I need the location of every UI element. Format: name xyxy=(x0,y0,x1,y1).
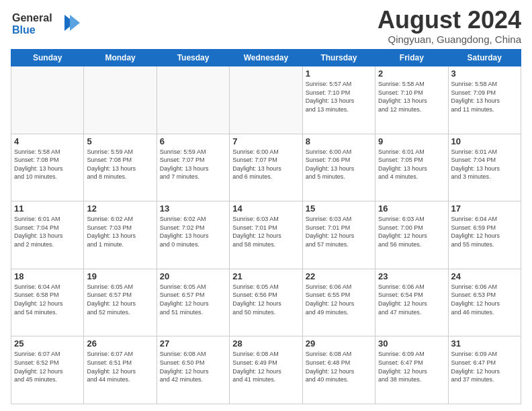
table-row: 3Sunrise: 5:58 AMSunset: 7:09 PMDaylight… xyxy=(448,66,521,134)
day-number: 30 xyxy=(378,338,445,349)
week-row-5: 25Sunrise: 6:07 AMSunset: 6:52 PMDayligh… xyxy=(11,336,521,404)
title-block: August 2024 Qingyuan, Guangdong, China xyxy=(378,8,521,45)
day-number: 31 xyxy=(451,338,518,349)
week-row-4: 18Sunrise: 6:04 AMSunset: 6:58 PMDayligh… xyxy=(11,269,521,336)
day-info: Sunrise: 5:58 AMSunset: 7:08 PMDaylight:… xyxy=(14,148,81,181)
table-row: 14Sunrise: 6:03 AMSunset: 7:01 PMDayligh… xyxy=(230,201,302,269)
day-number: 28 xyxy=(232,338,299,349)
day-number: 10 xyxy=(451,136,518,146)
day-info: Sunrise: 6:08 AMSunset: 6:50 PMDaylight:… xyxy=(160,350,226,383)
day-number: 12 xyxy=(87,203,153,214)
table-row: 28Sunrise: 6:08 AMSunset: 6:49 PMDayligh… xyxy=(230,336,302,404)
table-row xyxy=(11,66,84,134)
table-row: 11Sunrise: 6:01 AMSunset: 7:04 PMDayligh… xyxy=(11,201,84,269)
day-info: Sunrise: 6:08 AMSunset: 6:49 PMDaylight:… xyxy=(232,350,299,383)
day-number: 26 xyxy=(87,338,153,349)
table-row: 23Sunrise: 6:06 AMSunset: 6:54 PMDayligh… xyxy=(375,269,448,336)
day-number: 3 xyxy=(451,68,518,79)
day-number: 17 xyxy=(451,203,518,214)
day-number: 1 xyxy=(306,68,372,79)
day-info: Sunrise: 6:07 AMSunset: 6:52 PMDaylight:… xyxy=(14,350,81,383)
col-tuesday: Tuesday xyxy=(157,50,229,66)
day-info: Sunrise: 6:03 AMSunset: 7:01 PMDaylight:… xyxy=(232,215,299,248)
table-row: 16Sunrise: 6:03 AMSunset: 7:00 PMDayligh… xyxy=(375,201,448,269)
day-info: Sunrise: 6:08 AMSunset: 6:48 PMDaylight:… xyxy=(306,350,372,383)
day-info: Sunrise: 6:02 AMSunset: 7:02 PMDaylight:… xyxy=(160,215,226,248)
table-row xyxy=(157,66,229,134)
day-info: Sunrise: 5:57 AMSunset: 7:10 PMDaylight:… xyxy=(306,80,372,113)
day-number: 27 xyxy=(160,338,226,349)
day-number: 16 xyxy=(378,203,445,214)
table-row: 15Sunrise: 6:03 AMSunset: 7:01 PMDayligh… xyxy=(302,201,375,269)
table-row: 12Sunrise: 6:02 AMSunset: 7:03 PMDayligh… xyxy=(84,201,157,269)
table-row: 17Sunrise: 6:04 AMSunset: 6:59 PMDayligh… xyxy=(448,201,521,269)
day-info: Sunrise: 6:05 AMSunset: 6:57 PMDaylight:… xyxy=(87,283,153,316)
table-row: 5Sunrise: 5:59 AMSunset: 7:08 PMDaylight… xyxy=(84,134,157,201)
day-number: 19 xyxy=(87,271,153,281)
day-number: 2 xyxy=(378,68,445,79)
table-row: 6Sunrise: 5:59 AMSunset: 7:07 PMDaylight… xyxy=(157,134,229,201)
table-row: 24Sunrise: 6:06 AMSunset: 6:53 PMDayligh… xyxy=(448,269,521,336)
day-info: Sunrise: 6:05 AMSunset: 6:56 PMDaylight:… xyxy=(232,283,299,316)
svg-text:General: General xyxy=(12,12,52,24)
day-number: 23 xyxy=(378,271,445,281)
day-number: 7 xyxy=(232,136,299,146)
day-number: 4 xyxy=(14,136,81,146)
day-number: 18 xyxy=(14,271,81,281)
table-row: 9Sunrise: 6:01 AMSunset: 7:05 PMDaylight… xyxy=(375,134,448,201)
col-monday: Monday xyxy=(84,50,157,66)
day-info: Sunrise: 5:59 AMSunset: 7:08 PMDaylight:… xyxy=(87,148,153,181)
day-number: 5 xyxy=(87,136,153,146)
table-row: 7Sunrise: 6:00 AMSunset: 7:07 PMDaylight… xyxy=(230,134,302,201)
day-info: Sunrise: 6:00 AMSunset: 7:07 PMDaylight:… xyxy=(232,148,299,181)
table-row xyxy=(84,66,157,134)
day-info: Sunrise: 6:03 AMSunset: 7:00 PMDaylight:… xyxy=(378,215,445,248)
day-info: Sunrise: 6:00 AMSunset: 7:06 PMDaylight:… xyxy=(306,148,372,181)
calendar-table: Sunday Monday Tuesday Wednesday Thursday… xyxy=(11,49,521,404)
day-info: Sunrise: 6:06 AMSunset: 6:53 PMDaylight:… xyxy=(451,283,518,316)
day-info: Sunrise: 6:04 AMSunset: 6:58 PMDaylight:… xyxy=(14,283,81,316)
table-row: 29Sunrise: 6:08 AMSunset: 6:48 PMDayligh… xyxy=(302,336,375,404)
table-row: 18Sunrise: 6:04 AMSunset: 6:58 PMDayligh… xyxy=(11,269,84,336)
header: General Blue August 2024 Qingyuan, Guang… xyxy=(11,8,521,45)
week-row-3: 11Sunrise: 6:01 AMSunset: 7:04 PMDayligh… xyxy=(11,201,521,269)
day-info: Sunrise: 6:06 AMSunset: 6:54 PMDaylight:… xyxy=(378,283,445,316)
table-row: 13Sunrise: 6:02 AMSunset: 7:02 PMDayligh… xyxy=(157,201,229,269)
col-friday: Friday xyxy=(375,50,448,66)
day-info: Sunrise: 6:03 AMSunset: 7:01 PMDaylight:… xyxy=(306,215,372,248)
col-wednesday: Wednesday xyxy=(230,50,302,66)
day-info: Sunrise: 6:06 AMSunset: 6:55 PMDaylight:… xyxy=(306,283,372,316)
week-row-1: 1Sunrise: 5:57 AMSunset: 7:10 PMDaylight… xyxy=(11,66,521,134)
table-row: 20Sunrise: 6:05 AMSunset: 6:57 PMDayligh… xyxy=(157,269,229,336)
day-number: 29 xyxy=(306,338,372,349)
table-row xyxy=(230,66,302,134)
table-row: 19Sunrise: 6:05 AMSunset: 6:57 PMDayligh… xyxy=(84,269,157,336)
day-info: Sunrise: 6:09 AMSunset: 6:47 PMDaylight:… xyxy=(451,350,518,383)
table-row: 2Sunrise: 5:58 AMSunset: 7:10 PMDaylight… xyxy=(375,66,448,134)
day-info: Sunrise: 6:01 AMSunset: 7:05 PMDaylight:… xyxy=(378,148,445,181)
day-info: Sunrise: 5:58 AMSunset: 7:09 PMDaylight:… xyxy=(451,80,518,113)
day-info: Sunrise: 5:58 AMSunset: 7:10 PMDaylight:… xyxy=(378,80,445,113)
table-row: 1Sunrise: 5:57 AMSunset: 7:10 PMDaylight… xyxy=(302,66,375,134)
day-number: 9 xyxy=(378,136,445,146)
day-info: Sunrise: 6:07 AMSunset: 6:51 PMDaylight:… xyxy=(87,350,153,383)
month-year-title: August 2024 xyxy=(378,8,521,32)
table-row: 25Sunrise: 6:07 AMSunset: 6:52 PMDayligh… xyxy=(11,336,84,404)
day-number: 6 xyxy=(160,136,226,146)
week-row-2: 4Sunrise: 5:58 AMSunset: 7:08 PMDaylight… xyxy=(11,134,521,201)
day-number: 24 xyxy=(451,271,518,281)
day-number: 20 xyxy=(160,271,226,281)
table-row: 26Sunrise: 6:07 AMSunset: 6:51 PMDayligh… xyxy=(84,336,157,404)
logo-svg: General Blue xyxy=(11,8,85,38)
day-number: 22 xyxy=(306,271,372,281)
day-number: 11 xyxy=(14,203,81,214)
logo: General Blue xyxy=(11,8,85,40)
table-row: 22Sunrise: 6:06 AMSunset: 6:55 PMDayligh… xyxy=(302,269,375,336)
col-thursday: Thursday xyxy=(302,50,375,66)
day-info: Sunrise: 6:09 AMSunset: 6:47 PMDaylight:… xyxy=(378,350,445,383)
day-info: Sunrise: 6:04 AMSunset: 6:59 PMDaylight:… xyxy=(451,215,518,248)
table-row: 8Sunrise: 6:00 AMSunset: 7:06 PMDaylight… xyxy=(302,134,375,201)
day-info: Sunrise: 5:59 AMSunset: 7:07 PMDaylight:… xyxy=(160,148,226,181)
day-info: Sunrise: 6:01 AMSunset: 7:04 PMDaylight:… xyxy=(451,148,518,181)
table-row: 31Sunrise: 6:09 AMSunset: 6:47 PMDayligh… xyxy=(448,336,521,404)
